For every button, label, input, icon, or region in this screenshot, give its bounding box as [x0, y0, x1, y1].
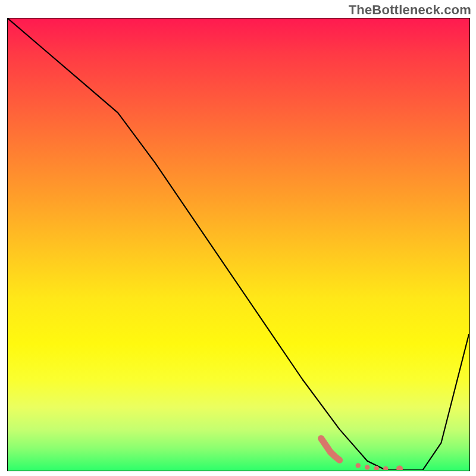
gradient-background-panel	[7, 18, 470, 471]
chart-stage: TheBottleneck.com	[0, 0, 476, 476]
watermark-text: TheBottleneck.com	[349, 2, 471, 18]
